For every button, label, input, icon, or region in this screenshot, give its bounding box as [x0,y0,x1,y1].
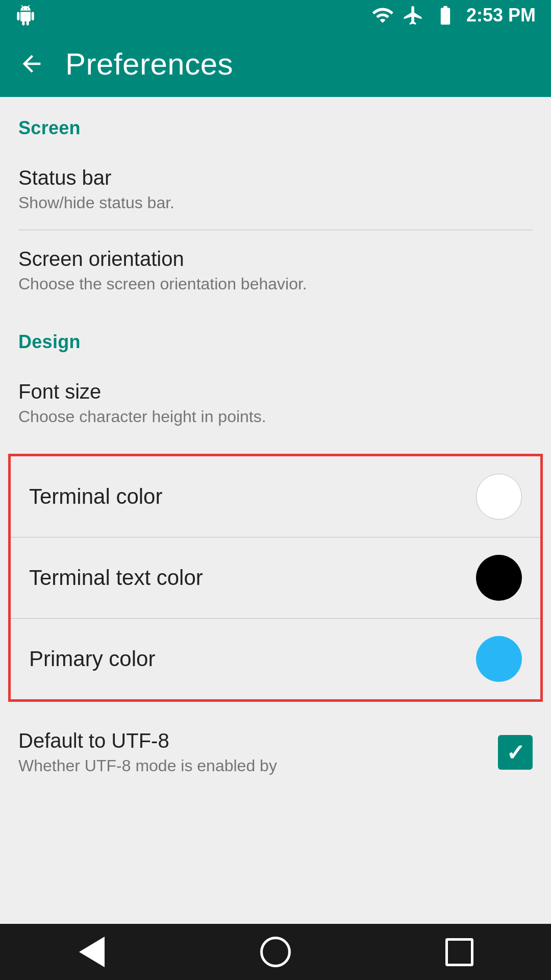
font-size-subtitle: Choose character height in points. [18,407,533,426]
status-bar-subtitle: Show/hide status bar. [18,193,533,212]
page-title: Preferences [65,46,233,82]
utf8-text: Default to UTF-8 Whether UTF-8 mode is e… [18,729,277,775]
font-size-setting[interactable]: Font size Choose character height in poi… [0,363,551,444]
airplane-icon [402,4,424,27]
screen-section-header: Screen [0,97,551,149]
primary-color-setting[interactable]: Primary color [11,619,540,699]
screen-orientation-text: Screen orientation Choose the screen ori… [18,248,533,293]
recents-nav-icon [445,938,473,966]
primary-color-circle [476,636,522,682]
back-button[interactable] [18,51,45,77]
check-icon: ✓ [506,740,525,766]
back-nav-icon [79,937,105,967]
status-bar-left [15,5,36,26]
primary-color-label: Primary color [29,647,155,671]
font-size-title: Font size [18,380,533,403]
design-section-header: Design [0,311,551,363]
terminal-text-color-circle [476,555,522,601]
color-settings-group: Terminal color Terminal text color Prima… [8,454,543,702]
terminal-text-color-setting[interactable]: Terminal text color [11,537,540,618]
app-bar: Preferences [0,31,551,97]
utf8-title: Default to UTF-8 [18,729,277,752]
status-bar-right: 2:53 PM [371,4,536,27]
terminal-color-circle [476,474,522,520]
status-bar-setting[interactable]: Status bar Show/hide status bar. [0,149,551,230]
bottom-nav [0,924,551,980]
home-nav-button[interactable] [255,932,296,972]
terminal-text-color-label: Terminal text color [29,566,203,590]
home-nav-icon [260,937,291,967]
screen-orientation-subtitle: Choose the screen orientation behavior. [18,275,533,293]
utf8-subtitle: Whether UTF-8 mode is enabled by [18,756,277,775]
battery-icon [433,4,458,27]
terminal-color-setting[interactable]: Terminal color [11,456,540,537]
utf8-checkbox[interactable]: ✓ [498,735,533,770]
wifi-icon [371,4,394,27]
back-nav-button[interactable] [71,932,112,972]
recents-nav-button[interactable] [439,932,480,972]
status-bar-title: Status bar [18,166,533,189]
status-bar-text: Status bar Show/hide status bar. [18,166,533,212]
terminal-color-label: Terminal color [29,484,162,509]
time-label: 2:53 PM [466,5,536,26]
screen-orientation-title: Screen orientation [18,248,533,271]
android-icon [15,5,36,26]
screen-orientation-setting[interactable]: Screen orientation Choose the screen ori… [0,230,551,311]
status-bar: 2:53 PM [0,0,551,31]
font-size-text: Font size Choose character height in poi… [18,380,533,426]
content-area: Screen Status bar Show/hide status bar. … [0,97,551,924]
utf8-setting[interactable]: Default to UTF-8 Whether UTF-8 mode is e… [0,712,551,793]
